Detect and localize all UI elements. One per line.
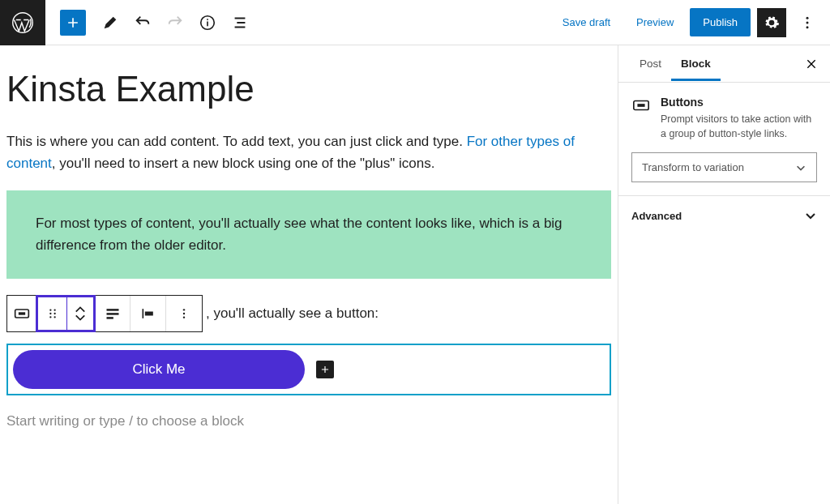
- block-toolbar: [6, 295, 203, 332]
- wordpress-logo[interactable]: [0, 0, 45, 45]
- block-info-section: Buttons Prompt visitors to take action w…: [618, 83, 830, 196]
- svg-point-4: [806, 26, 809, 28]
- more-options-button[interactable]: [793, 8, 822, 37]
- transform-variation-select[interactable]: Transform to variation: [631, 152, 817, 182]
- block-mover: [67, 297, 93, 330]
- svg-point-8: [53, 309, 55, 310]
- svg-point-3: [806, 21, 809, 23]
- svg-rect-6: [18, 312, 24, 314]
- toolbar-right-group: Save draft Preview Publish: [553, 8, 830, 37]
- svg-point-19: [183, 316, 185, 318]
- undo-button[interactable]: [128, 8, 157, 37]
- svg-rect-13: [106, 309, 118, 311]
- sidebar-close-button[interactable]: [799, 52, 824, 76]
- svg-point-9: [49, 313, 51, 314]
- chevron-down-icon: [804, 209, 817, 222]
- svg-point-10: [53, 313, 55, 314]
- block-type-icon[interactable]: [7, 296, 36, 331]
- editor-topbar: Save draft Preview Publish: [0, 0, 830, 45]
- justify-button[interactable]: [95, 296, 130, 331]
- block-more-button[interactable]: [166, 296, 202, 331]
- svg-rect-21: [637, 104, 644, 107]
- transform-label: Transform to variation: [642, 161, 744, 173]
- svg-point-12: [53, 316, 55, 318]
- drag-handle-icon[interactable]: [38, 297, 67, 330]
- empty-block-placeholder[interactable]: Start writing or type / to choose a bloc…: [6, 413, 611, 429]
- save-draft-button[interactable]: Save draft: [553, 10, 620, 35]
- move-down-icon[interactable]: [75, 314, 86, 322]
- intro-paragraph[interactable]: This is where you can add content. To ad…: [6, 130, 611, 174]
- block-name: Buttons: [661, 96, 817, 109]
- toolbar-line-text: , you'll actually see a button:: [206, 305, 379, 322]
- redo-button[interactable]: [160, 8, 190, 37]
- sidebar-tabs: Post Block: [618, 45, 830, 83]
- tab-post[interactable]: Post: [630, 46, 671, 81]
- advanced-panel-toggle[interactable]: Advanced: [618, 196, 830, 235]
- svg-rect-14: [106, 313, 118, 315]
- align-button[interactable]: [130, 296, 166, 331]
- svg-rect-16: [144, 311, 152, 315]
- post-title[interactable]: Kinsta Example: [6, 68, 611, 130]
- svg-point-2: [806, 16, 809, 19]
- publish-button[interactable]: Publish: [690, 8, 751, 36]
- intro-text-before: This is where you can add content. To ad…: [6, 134, 467, 149]
- buttons-block-selected[interactable]: Click Me: [6, 344, 611, 395]
- svg-point-7: [49, 309, 51, 310]
- add-block-button[interactable]: [60, 10, 86, 36]
- button-block[interactable]: Click Me: [13, 350, 305, 389]
- add-button-inline[interactable]: [316, 361, 334, 378]
- info-button[interactable]: [193, 8, 222, 37]
- outline-button[interactable]: [225, 8, 255, 37]
- buttons-block-icon: [631, 96, 651, 115]
- svg-rect-15: [106, 317, 113, 319]
- editor-canvas[interactable]: Kinsta Example This is where you can add…: [0, 45, 618, 504]
- toolbar-left-group: [45, 8, 255, 37]
- intro-text-after: , you'll need to insert a new block usin…: [52, 156, 435, 171]
- settings-sidebar: Post Block Buttons Prompt visitors to ta…: [618, 45, 830, 504]
- settings-button[interactable]: [757, 8, 786, 37]
- advanced-label: Advanced: [631, 210, 682, 222]
- callout-block[interactable]: For most types of content, you'll actual…: [6, 190, 611, 279]
- svg-point-17: [183, 309, 185, 310]
- svg-point-11: [49, 316, 51, 318]
- move-up-icon[interactable]: [75, 305, 86, 314]
- preview-button[interactable]: Preview: [627, 10, 683, 35]
- svg-point-18: [183, 313, 185, 314]
- block-description: Prompt visitors to take action with a gr…: [661, 112, 817, 141]
- tab-block[interactable]: Block: [671, 46, 721, 81]
- chevron-down-icon: [795, 162, 806, 173]
- edit-mode-icon[interactable]: [96, 8, 125, 37]
- block-move-controls: [36, 295, 96, 332]
